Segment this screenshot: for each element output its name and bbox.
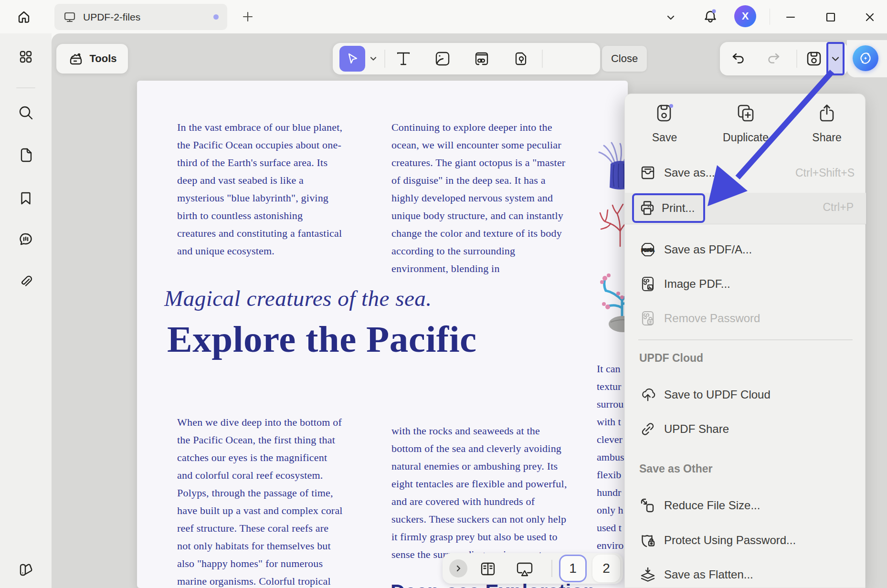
menu-item-image-pdf[interactable]: Image PDF... [625, 270, 866, 298]
menu-item-updf-share[interactable]: UPDF Share [625, 415, 866, 443]
search-icon [17, 104, 34, 121]
left-sidebar [0, 33, 52, 588]
tools-label: Tools [89, 52, 116, 65]
undo-button[interactable] [730, 51, 747, 67]
flatten-icon [639, 566, 656, 583]
minimize-icon [784, 10, 797, 24]
select-tool-dropdown[interactable] [368, 53, 379, 64]
doc-subheadline: Magical creatures of the sea. [164, 285, 432, 311]
bookmarks-button[interactable] [18, 190, 34, 206]
app-window: UPDF-2-files X [0, 0, 887, 588]
image-tool-icon [434, 50, 451, 67]
print-icon [639, 200, 656, 217]
save-button[interactable] [805, 50, 823, 68]
text-tool-icon [395, 50, 412, 67]
doc-paragraph: with the rocks and seaweeds at the botto… [391, 422, 567, 563]
chevron-down-icon [830, 53, 841, 64]
redo-button[interactable] [765, 51, 781, 67]
search-button[interactable] [17, 104, 34, 121]
pdf-page[interactable]: In the vast embrace of our blue planet, … [137, 81, 628, 588]
ai-panel [847, 40, 887, 77]
image-pdf-icon [639, 275, 656, 293]
window-close-button[interactable] [863, 10, 876, 24]
expand-nav-button[interactable] [449, 559, 467, 578]
menu-divider [638, 339, 853, 340]
grid-icon [18, 49, 34, 65]
page-2-button[interactable]: 2 [592, 555, 620, 582]
maximize-button[interactable] [824, 10, 837, 24]
tab-title: UPDF-2-files [83, 11, 213, 23]
notifications-button[interactable] [701, 7, 720, 26]
page-mark-tool-button[interactable] [512, 50, 529, 67]
menu-item-save-to-cloud[interactable]: Save to UPDF Cloud [625, 380, 866, 409]
page-navigator: 1 2 [443, 553, 623, 584]
home-button[interactable] [12, 6, 35, 29]
maximize-icon [824, 10, 837, 24]
select-tool-button[interactable] [339, 46, 365, 72]
attachments-button[interactable] [17, 273, 34, 290]
home-icon [16, 10, 32, 25]
chevron-right-icon [454, 564, 463, 573]
screen-share-icon [515, 560, 534, 578]
ai-assistant-button[interactable] [853, 45, 878, 71]
close-edit-button[interactable]: Close [602, 46, 647, 72]
menu-item-reduce-file-size[interactable]: Reduce File Size... [625, 491, 866, 520]
menu-item-duplicate[interactable]: Duplicate [710, 102, 781, 144]
monitor-icon [63, 10, 76, 24]
paperclip-icon [17, 273, 34, 290]
thumbnails-button[interactable] [18, 147, 34, 163]
undo-icon [730, 51, 747, 67]
bookmark-icon [18, 190, 34, 206]
palette-icon [17, 561, 35, 579]
unsaved-indicator-dot [213, 14, 219, 20]
present-mode-button[interactable] [515, 560, 534, 578]
panels-grid-button[interactable] [18, 49, 34, 65]
content-area: Tools [52, 33, 887, 588]
toolbar-divider [542, 50, 543, 68]
menu-item-protect-password[interactable]: Protect Using Password... [625, 526, 866, 555]
menu-item-save-as-pdfa[interactable]: PDF/A Save as PDF/A... [625, 235, 866, 264]
print-highlight-box[interactable]: Print... [632, 193, 705, 223]
menu-item-save[interactable]: Save [629, 102, 700, 144]
stamps-palette-button[interactable] [17, 561, 35, 579]
page-1-button[interactable]: 1 [559, 555, 587, 582]
comment-icon [17, 231, 34, 248]
save-as-flatten-label: Save as Flatten... [664, 568, 753, 581]
doc-paragraph: When we dive deep into the bottom of the… [177, 413, 343, 588]
image-pdf-label: Image PDF... [664, 277, 730, 291]
cloud-section-header: UPDF Cloud [639, 352, 703, 365]
link-icon [639, 420, 656, 438]
doc-paragraph: In the vast embrace of our blue planet, … [177, 118, 343, 260]
save-to-cloud-label: Save to UPDF Cloud [664, 388, 771, 401]
remove-password-label: Remove Password [664, 312, 760, 325]
avatar[interactable]: X [734, 5, 756, 27]
chevron-down-icon [665, 11, 677, 24]
comments-button[interactable] [17, 231, 34, 248]
new-tab-button[interactable] [241, 10, 254, 23]
save-label: Save [629, 131, 700, 144]
menu-item-share[interactable]: Share [791, 102, 863, 144]
book-icon [479, 560, 497, 578]
other-section-header: Save as Other [639, 462, 712, 475]
close-label: Close [611, 52, 638, 65]
page-1-label: 1 [569, 561, 577, 576]
text-tool-button[interactable] [395, 50, 412, 67]
menu-item-remove-password: Remove Password [625, 304, 866, 333]
reduce-size-icon [639, 497, 656, 514]
bell-icon [701, 7, 720, 26]
minimize-button[interactable] [784, 10, 797, 24]
tools-button[interactable]: Tools [56, 44, 128, 74]
menu-item-save-as-flatten[interactable]: Save as Flatten... [625, 560, 866, 588]
pdfa-icon: PDF/A [639, 241, 656, 258]
menu-item-save-as[interactable]: Save as... Ctrl+Shift+S [625, 158, 866, 187]
close-x-icon [863, 10, 876, 24]
document-tab[interactable]: UPDF-2-files [54, 4, 227, 30]
link-tool-button[interactable] [473, 50, 490, 67]
reading-mode-button[interactable] [479, 560, 497, 578]
save-dropdown-button[interactable] [826, 42, 845, 75]
updf-share-label: UPDF Share [664, 422, 729, 436]
toolbar-divider [796, 50, 797, 68]
image-tool-button[interactable] [434, 50, 451, 67]
share-icon [815, 102, 838, 125]
window-menu-chevron[interactable] [665, 11, 677, 24]
